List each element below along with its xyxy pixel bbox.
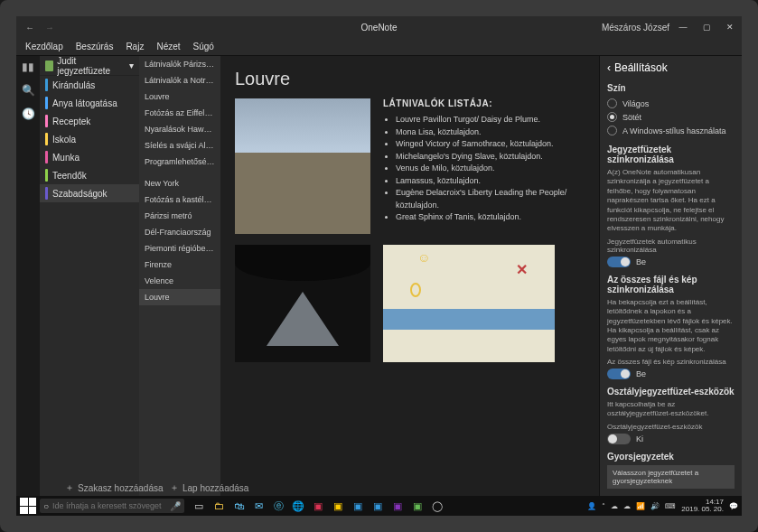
section-tab[interactable]: Kirándulás — [40, 76, 139, 94]
taskbar-search[interactable]: ○ 🎤 — [40, 499, 184, 513]
maximize-button[interactable]: ▢ — [695, 16, 718, 38]
list-item: Mona Lisa, köztulajdon. — [396, 126, 585, 139]
mail-icon[interactable]: ✉ — [251, 499, 266, 513]
image-louvre-exterior[interactable] — [235, 98, 370, 234]
minimize-button[interactable]: — — [671, 16, 695, 38]
section-color-swatch — [45, 169, 48, 182]
page-item[interactable]: Louvre — [139, 89, 220, 105]
toggle-auto-sync[interactable] — [607, 257, 631, 267]
section-tab[interactable]: Receptek — [40, 112, 139, 130]
image-map[interactable]: ☺ ✕ — [383, 245, 555, 362]
app-icon[interactable]: ◯ — [430, 499, 445, 513]
add-page-button[interactable]: ＋Lap hozzáadása — [163, 478, 256, 498]
outlook-icon[interactable]: ▣ — [351, 499, 365, 513]
radio-dark[interactable]: Sötét — [607, 110, 735, 124]
back-icon[interactable]: ‹ — [607, 61, 611, 74]
ink-x: ✕ — [516, 261, 528, 278]
page-item[interactable]: Nyaralások Hawaii-on — [139, 121, 220, 137]
task-view-icon[interactable]: ▭ — [192, 499, 206, 513]
gallery-icon[interactable]: ▣ — [370, 499, 385, 513]
page-item[interactable]: Louvre — [139, 289, 220, 305]
list-item: Louvre Pavillon Turgot/ Daisy de Plume. — [396, 114, 585, 126]
tray-wifi-icon[interactable]: 📶 — [636, 502, 645, 510]
close-button[interactable]: ✕ — [718, 16, 742, 38]
tab-view[interactable]: Nézet — [156, 42, 180, 51]
radio-windows[interactable]: A Windows-stílus használata — [607, 124, 735, 137]
list-item: Eugène Delacroix's Liberty Leading the P… — [396, 187, 585, 211]
radio-light[interactable]: Világos — [607, 97, 735, 110]
page-item[interactable]: Látnivalók Párizsban — [139, 56, 220, 72]
section-tab[interactable]: Szabadságok — [40, 184, 139, 202]
tab-help[interactable]: Súgó — [193, 42, 214, 51]
page-canvas[interactable]: Louvre LÁTNIVALÓK LISTÁJA: Louvre Pavill… — [220, 56, 599, 516]
page-item[interactable]: Firenze — [139, 257, 220, 273]
onenote-icon[interactable]: ▣ — [390, 499, 405, 513]
tray-cloud-icon[interactable]: ☁ — [611, 502, 618, 510]
search-input[interactable] — [52, 501, 166, 510]
section-label: Anya látogatása — [52, 98, 117, 108]
list-item: Lamassus, köztulajdon. — [396, 175, 585, 188]
page-item[interactable]: Párizsi metró — [139, 208, 220, 224]
files-state: Be — [636, 369, 646, 378]
start-button[interactable] — [20, 498, 36, 514]
edge-icon[interactable]: ⓔ — [271, 499, 285, 513]
section-label: Teendők — [52, 171, 87, 181]
tab-draw[interactable]: Rajz — [126, 42, 144, 51]
section-tab[interactable]: Teendők — [40, 166, 139, 184]
section-label: Kirándulás — [52, 80, 95, 90]
section-color-swatch — [45, 115, 48, 127]
search-icon[interactable]: 🔍 — [21, 83, 35, 98]
page-item[interactable]: New York — [139, 175, 220, 191]
forward-button[interactable]: → — [43, 21, 56, 33]
page-item[interactable]: Dél-Franciaország — [139, 224, 220, 240]
explorer-icon[interactable]: 🗀 — [211, 499, 226, 513]
music-icon[interactable]: ▣ — [331, 499, 345, 513]
section-tab[interactable]: Anya látogatása — [40, 94, 139, 112]
powerpoint-icon[interactable]: ▣ — [311, 499, 325, 513]
page-item[interactable]: Piemonti régióbeli bor… — [139, 240, 220, 257]
tray-notifications-icon[interactable]: 💬 — [729, 502, 738, 510]
auto-sync-label: Jegyzetfüzetek automatikus szinkronizálá… — [607, 238, 735, 254]
page-item[interactable]: Látnivalók a Notre… — [139, 72, 220, 89]
tray-onedrive-icon[interactable]: ☁ — [623, 502, 631, 510]
add-section-button[interactable]: ＋Szakasz hozzáadása — [58, 478, 171, 498]
notebook-name: Judit jegyzetfüzete — [57, 56, 126, 76]
teams-icon[interactable]: ▣ — [410, 499, 425, 513]
attractions-block[interactable]: LÁTNIVALÓK LISTÁJA: Louvre Pavillon Turg… — [383, 98, 585, 234]
tray-people-icon[interactable]: 👤 — [587, 502, 596, 510]
mic-icon[interactable]: 🎤 — [170, 501, 181, 511]
tab-home[interactable]: Kezdőlap — [25, 42, 63, 51]
quicknotes-select[interactable]: Válasszon jegyzetfüzetet a gyorsjegyzete… — [607, 465, 735, 489]
tray-lang-icon[interactable]: ⌨ — [665, 502, 676, 510]
page-item[interactable]: Programlehetőségek P… — [139, 154, 220, 170]
chrome-icon[interactable]: 🌐 — [291, 499, 305, 513]
page-item[interactable]: Fotózás az Eiffel-toron… — [139, 105, 220, 121]
store-icon[interactable]: 🛍 — [231, 499, 246, 513]
tray-up-icon[interactable]: ˄ — [602, 502, 605, 510]
page-list: Látnivalók PárizsbanLátnivalók a Notre…L… — [139, 56, 220, 516]
user-name[interactable]: Mészáros József — [602, 23, 669, 33]
tab-insert[interactable]: Beszúrás — [76, 42, 114, 51]
toggle-class[interactable] — [607, 434, 631, 444]
section-label: Szabadságok — [52, 189, 108, 199]
tray-clock[interactable]: 14:17 2019. 05. 20. — [681, 499, 724, 513]
image-louvre-pyramid[interactable] — [235, 245, 370, 362]
tray-volume-icon[interactable]: 🔊 — [650, 502, 660, 510]
notebook-picker[interactable]: Judit jegyzetfüzete ▾ — [40, 56, 139, 76]
section-tab[interactable]: Iskola — [40, 130, 139, 148]
section-color-swatch — [45, 97, 48, 109]
auto-sync-state: Be — [636, 257, 646, 266]
notebooks-icon[interactable]: ▮▮ — [21, 60, 35, 74]
list-item: Winged Victory of Samothrace, köztulajdo… — [396, 138, 585, 151]
page-item[interactable]: Fotózás a kastélyban — [139, 191, 220, 208]
page-item[interactable]: Síelés a svájci Alpokban — [139, 137, 220, 154]
page-item[interactable]: Velence — [139, 273, 220, 289]
toggle-files[interactable] — [607, 369, 631, 379]
page-title[interactable]: Louvre — [235, 69, 585, 89]
settings-panel: ‹ Beállítások Szín Világos Sötét A Windo… — [599, 56, 742, 516]
section-tab[interactable]: Munka — [40, 148, 139, 166]
back-button[interactable]: ← — [23, 21, 36, 33]
recent-icon[interactable]: 🕓 — [21, 107, 35, 121]
nav-rail: ▮▮ 🔍 🕓 — [16, 56, 40, 516]
settings-header[interactable]: ‹ Beállítások — [607, 61, 735, 74]
